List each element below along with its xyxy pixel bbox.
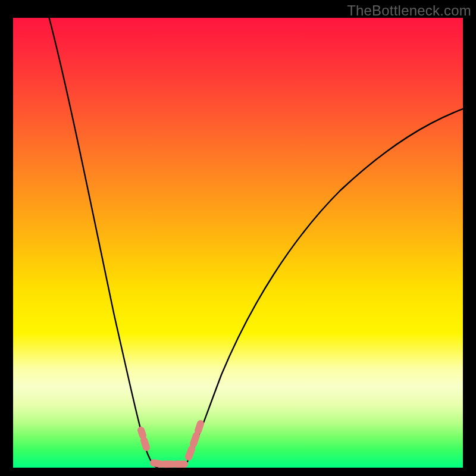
bottleneck-markers (141, 424, 201, 464)
svg-line-1 (144, 440, 146, 447)
svg-line-6 (193, 436, 196, 444)
svg-line-0 (141, 430, 143, 436)
chart-frame: TheBottleneck.com (0, 0, 476, 476)
svg-line-2 (154, 463, 161, 464)
svg-line-7 (198, 424, 201, 431)
marker-layer (13, 18, 463, 468)
watermark-text: TheBottleneck.com (347, 2, 471, 19)
svg-line-5 (189, 449, 192, 457)
plot-area (13, 18, 463, 468)
